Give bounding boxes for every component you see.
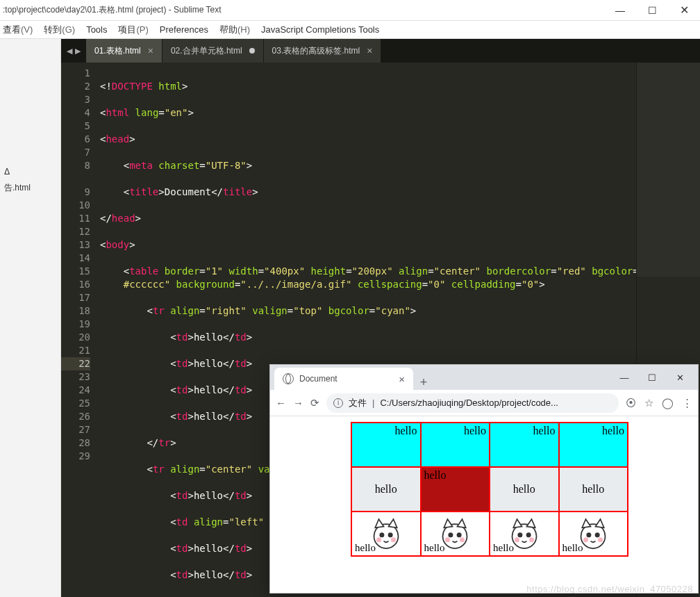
menu-project[interactable]: 项目(P) [118,24,148,36]
table-cell: hello [490,423,559,467]
browser-content: hello hello hello hello hello hello hell… [270,416,698,593]
minimize-button[interactable]: — [604,0,636,21]
unsaved-dot-icon [249,48,255,54]
close-icon[interactable]: × [399,373,405,385]
svg-point-12 [445,537,450,542]
table-cell: hello [351,512,421,556]
svg-point-19 [515,537,519,542]
svg-marker-16 [526,519,535,528]
table-row: hello hello hello hello [351,423,628,467]
svg-point-6 [391,537,396,542]
tab-02[interactable]: 02.合并单元格.html [162,39,264,63]
svg-point-4 [388,532,392,537]
browser-tab[interactable]: Document × [274,368,413,390]
toolbar-right: ⦿ ☆ ◯ ⋮ [626,397,692,409]
browser-tab-title: Document [299,374,338,384]
sidebar-file[interactable]: 告.html [0,179,60,197]
svg-marker-15 [513,519,522,528]
table-cell: hello [421,423,490,467]
url-prefix: 文件 [349,397,367,409]
table-cell: hello [559,512,628,556]
menu-js-completions[interactable]: JavaScript Completions Tools [261,24,379,35]
svg-point-20 [529,537,534,542]
menu-tools[interactable]: Tools [86,24,107,35]
svg-point-5 [376,537,381,542]
forward-icon[interactable]: → [293,397,303,409]
browser-window: Document × + — ☐ ✕ ← → ⟳ i 文件 | C:/Users… [269,364,699,594]
table-row: hello hello hello hello [351,512,628,556]
close-icon[interactable]: × [148,45,153,56]
tab-row: ◀ ▶ 01.表格.html × 02.合并单元格.html 03.表格的高级标… [61,39,700,63]
svg-point-18 [526,532,531,537]
globe-icon [283,373,294,384]
table-cell: hello [559,423,628,467]
svg-marker-2 [388,519,397,528]
svg-point-27 [598,537,603,542]
close-button[interactable]: ✕ [668,0,700,21]
translate-icon[interactable]: ⦿ [626,397,636,409]
close-icon[interactable]: × [367,45,372,56]
window-title: :top\project\code\day2\01.表格.html (proje… [3,4,604,16]
sidebar-file[interactable]: ᐃ [0,164,60,179]
table-cell: hello [421,467,490,512]
table-row: hello hello hello hello [351,467,628,512]
svg-point-10 [449,532,453,537]
menu-preferences[interactable]: Preferences [160,24,208,35]
reload-icon[interactable]: ⟳ [310,397,319,409]
table-cell: hello [559,467,628,512]
svg-point-25 [595,532,600,537]
maximize-button[interactable]: ☐ [636,0,668,21]
table-cell: hello [490,512,559,556]
url-box[interactable]: i 文件 | C:/Users/zhaojiuqing/Desktop/proj… [326,393,619,413]
star-icon[interactable]: ☆ [644,397,653,409]
svg-point-17 [517,532,522,537]
svg-marker-1 [375,519,383,528]
svg-marker-22 [583,519,591,528]
url-text: C:/Users/zhaojiuqing/Desktop/project/cod… [380,398,558,408]
maximize-button[interactable]: ☐ [638,365,666,390]
window-buttons: — ☐ ✕ [604,0,700,21]
tab-scroll-arrows[interactable]: ◀ ▶ [61,39,86,63]
svg-point-24 [587,532,592,537]
tab-03[interactable]: 03.表格的高级标签.html × [264,39,382,63]
tab-label: 01.表格.html [94,45,141,57]
menubar: 查看(V) 转到(G) Tools 项目(P) Preferences 帮助(H… [0,21,700,39]
svg-point-13 [460,537,465,542]
sidebar: ᐃ 告.html [0,39,61,597]
browser-toolbar: ← → ⟳ i 文件 | C:/Users/zhaojiuqing/Deskto… [270,390,698,416]
table-cell: hello [351,467,421,512]
table-cell: hello [490,467,559,512]
svg-point-26 [583,537,588,542]
browser-tabstrip: Document × + — ☐ ✕ [270,365,698,390]
svg-marker-23 [596,519,604,528]
minimize-button[interactable]: — [610,365,638,390]
menu-icon[interactable]: ⋮ [682,397,692,409]
info-icon[interactable]: i [333,398,343,408]
tab-label: 02.合并单元格.html [171,45,242,57]
menu-goto[interactable]: 转到(G) [44,24,75,36]
table-cell: hello [351,423,421,467]
table-cell: hello [421,512,490,556]
close-button[interactable]: ✕ [666,365,694,390]
tab-01[interactable]: 01.表格.html × [86,39,162,63]
gutter: 1234567 8 9101112131415161718192021 22 2… [61,63,97,597]
menu-help[interactable]: 帮助(H) [219,24,250,36]
svg-point-3 [379,532,384,537]
browser-window-buttons: — ☐ ✕ [610,365,694,390]
watermark: https://blog.csdn.net/weixin_47050228 [526,584,693,594]
new-tab-button[interactable]: + [413,375,434,390]
profile-icon[interactable]: ◯ [662,397,674,409]
back-icon[interactable]: ← [276,397,286,409]
svg-point-11 [457,532,462,537]
titlebar: :top\project\code\day2\01.表格.html (proje… [0,0,700,21]
tab-label: 03.表格的高级标签.html [272,45,360,57]
menu-view[interactable]: 查看(V) [3,24,33,36]
svg-marker-8 [444,519,453,528]
svg-marker-9 [458,519,466,528]
rendered-table: hello hello hello hello hello hello hell… [351,422,628,557]
